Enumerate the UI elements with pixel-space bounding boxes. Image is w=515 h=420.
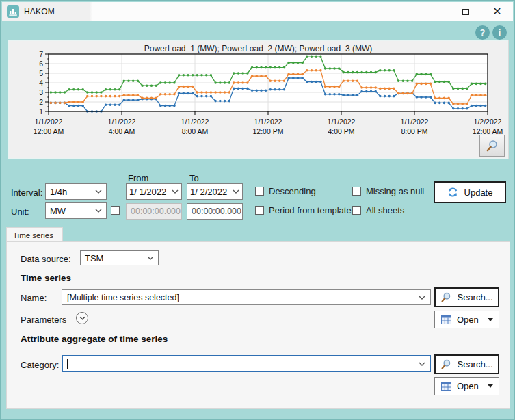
chevron-down-icon <box>419 362 425 366</box>
checkbox-box[interactable] <box>352 206 361 215</box>
svg-text:7: 7 <box>39 51 43 58</box>
svg-text:1/1/2022: 1/1/2022 <box>35 118 63 126</box>
close-button[interactable]: ✕ <box>481 2 513 21</box>
table-icon <box>441 382 451 391</box>
refresh-icon <box>447 187 458 198</box>
category-search-button[interactable]: Search... <box>434 354 499 374</box>
info-button[interactable]: i <box>492 25 507 40</box>
svg-text:3: 3 <box>39 88 43 96</box>
to-date-value: 1/ 2/2022 <box>190 187 227 197</box>
checkbox-box[interactable] <box>255 187 264 196</box>
svg-text:12:00 PM: 12:00 PM <box>253 127 284 135</box>
text-caret <box>67 359 68 369</box>
time-from-field: 00:00:00.000 <box>126 203 182 220</box>
time-to-value: 00:00:00.000 <box>192 207 241 216</box>
chart-zoom-button[interactable] <box>479 135 505 157</box>
open-button[interactable]: Open <box>434 311 499 328</box>
all-sheets-label: All sheets <box>366 205 404 215</box>
chart-panel: PowerLoad_1 (MW); PowerLoad_2 (MW); Powe… <box>8 40 509 159</box>
svg-text:12:00 AM: 12:00 AM <box>34 127 64 135</box>
unit-select[interactable]: MW <box>45 202 107 219</box>
from-date-select[interactable]: 1/ 1/2022 <box>126 183 182 200</box>
unit-value: MW <box>50 206 66 216</box>
all-sheets-checkbox[interactable]: All sheets <box>352 205 404 215</box>
svg-text:1/2/2022: 1/2/2022 <box>474 118 502 126</box>
close-icon: ✕ <box>492 6 501 17</box>
info-icon: i <box>499 27 501 38</box>
magnifier-icon <box>486 139 499 153</box>
category-open-button[interactable]: Open <box>434 377 499 395</box>
svg-text:1/1/2022: 1/1/2022 <box>401 118 429 126</box>
interval-label: Interval: <box>11 187 42 198</box>
chevron-down-icon <box>147 256 154 260</box>
svg-text:1/1/2022: 1/1/2022 <box>254 118 282 126</box>
svg-text:8:00 AM: 8:00 AM <box>182 127 209 135</box>
to-date-select[interactable]: 1/ 2/2022 <box>187 183 243 200</box>
svg-text:4:00 PM: 4:00 PM <box>328 127 354 135</box>
descending-checkbox[interactable]: Descending <box>255 186 316 196</box>
unit-label: Unit: <box>11 207 29 217</box>
period-from-template-checkbox[interactable]: Period from template <box>255 205 352 215</box>
time-series-tab-panel: Data source: TSM Time series Name: [Mult… <box>6 241 510 409</box>
name-label: Name: <box>21 293 47 303</box>
use-time-checkbox[interactable] <box>111 206 120 215</box>
search-label: Search... <box>457 359 492 369</box>
data-source-value: TSM <box>85 253 103 263</box>
window-title: HAKOM <box>24 7 55 16</box>
table-icon <box>441 315 451 324</box>
app-logo-icon <box>7 5 19 18</box>
svg-text:5: 5 <box>39 69 43 77</box>
help-icon: ? <box>480 27 486 38</box>
open-label: Open <box>457 381 479 391</box>
category-label: Category: <box>21 360 59 370</box>
svg-text:1/1/2022: 1/1/2022 <box>108 118 136 126</box>
maximize-button[interactable] <box>450 2 481 21</box>
app-window: HAKOM ✕ ? i PowerLoad_1 (MW); PowerLoad_… <box>0 0 515 420</box>
magnifier-icon <box>440 358 452 370</box>
svg-text:2: 2 <box>39 98 43 106</box>
svg-text:1/1/2022: 1/1/2022 <box>328 118 356 126</box>
from-label: From <box>128 173 148 183</box>
title-bar: HAKOM ✕ <box>2 2 513 21</box>
chevron-down-icon <box>233 189 239 194</box>
dropdown-arrow-icon[interactable] <box>488 318 493 321</box>
chevron-down-icon <box>172 189 179 194</box>
name-search-button[interactable]: Search... <box>434 287 499 307</box>
interval-select[interactable]: 1/4h <box>45 183 107 200</box>
svg-text:8:00 PM: 8:00 PM <box>401 127 427 135</box>
parameters-label: Parameters <box>21 315 66 325</box>
chevron-down-icon <box>95 189 102 194</box>
checkbox-box[interactable] <box>255 206 264 215</box>
to-label: To <box>189 173 199 183</box>
data-source-select[interactable]: TSM <box>80 250 159 265</box>
maximize-icon <box>462 9 469 15</box>
tab-label: Time series <box>13 231 53 239</box>
magnifier-icon <box>440 291 452 303</box>
help-button[interactable]: ? <box>475 25 490 40</box>
search-label: Search... <box>457 292 492 302</box>
time-series-heading: Time series <box>21 273 71 283</box>
name-value: [Multiple time series selected] <box>67 293 179 302</box>
parameters-expander-button[interactable] <box>76 312 88 324</box>
tab-time-series[interactable]: Time series <box>6 227 63 242</box>
svg-text:4:00 AM: 4:00 AM <box>109 127 135 135</box>
from-date-value: 1/ 1/2022 <box>129 187 166 197</box>
dropdown-arrow-icon[interactable] <box>488 384 493 388</box>
update-label: Update <box>464 187 493 198</box>
time-to-field[interactable]: 00:00:00.000 <box>187 203 243 220</box>
data-source-label: Data source: <box>21 254 71 264</box>
interval-value: 1/4h <box>50 187 67 197</box>
minimize-button[interactable] <box>419 2 450 21</box>
missing-as-null-checkbox[interactable]: Missing as null <box>352 186 424 196</box>
chevron-down-icon <box>95 209 102 213</box>
category-combobox[interactable] <box>62 355 431 372</box>
svg-text:4: 4 <box>39 79 43 87</box>
checkbox-box[interactable] <box>352 187 361 196</box>
update-button[interactable]: Update <box>434 181 506 203</box>
svg-text:1: 1 <box>39 107 43 116</box>
name-combobox[interactable]: [Multiple time series selected] <box>62 289 431 305</box>
chevron-down-icon <box>79 316 85 320</box>
attribute-aggregate-heading: Attribute aggregate of time series <box>21 334 168 344</box>
time-from-value: 00:00:00.000 <box>131 207 181 216</box>
missing-as-null-label: Missing as null <box>366 186 424 196</box>
